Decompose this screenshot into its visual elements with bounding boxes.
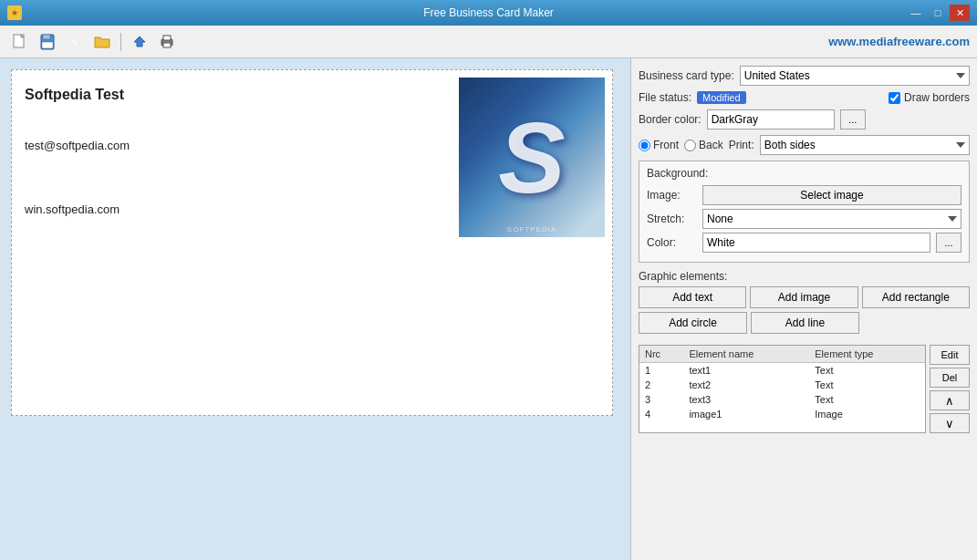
folder-icon [94, 34, 110, 50]
table-row[interactable]: 2 text2 Text [639, 378, 925, 392]
color-input[interactable] [702, 233, 930, 253]
elements-table: Nrc Element name Element type 1 text1 Te… [639, 346, 925, 421]
print-icon [159, 34, 175, 50]
svg-marker-7 [134, 36, 145, 47]
border-color-row: Border color: ... [639, 109, 970, 130]
svg-rect-9 [163, 36, 171, 40]
elements-table-container: Nrc Element name Element type 1 text1 Te… [639, 345, 926, 433]
front-radio[interactable] [639, 140, 650, 151]
down-button[interactable]: ∨ [930, 413, 970, 433]
svg-rect-10 [163, 43, 171, 47]
back-radio[interactable] [684, 140, 696, 151]
edit-button[interactable]: Edit [930, 345, 970, 365]
export-icon [131, 34, 148, 50]
minimize-button[interactable]: — [906, 5, 926, 21]
save-icon [39, 34, 56, 50]
right-panel: Business card type: United States Europe… [630, 58, 977, 560]
cell-name: text3 [683, 392, 809, 407]
back-label: Back [699, 139, 723, 151]
card-text-name: Softpedia Test [25, 87, 124, 103]
card-type-row: Business card type: United States Europe… [639, 66, 970, 86]
toolbar: ✎ www.mediafreeware.com [0, 26, 977, 58]
print-select[interactable]: Both sides Front only Back only [760, 135, 970, 155]
export-button[interactable] [127, 30, 152, 54]
add-image-button[interactable]: Add image [750, 286, 857, 308]
main-area: Softpedia Test test@softpedia.com win.so… [0, 58, 977, 560]
card-text-email: test@softpedia.com [25, 139, 130, 152]
elements-area: Nrc Element name Element type 1 text1 Te… [639, 345, 970, 433]
stretch-row: Stretch: None Stretch Tile Center [647, 209, 961, 229]
folder-button[interactable] [89, 30, 115, 54]
cell-nrc: 1 [639, 363, 683, 379]
color-row: Color: ... [647, 233, 961, 253]
color-label: Color: [647, 236, 697, 249]
new-icon [12, 34, 28, 50]
draw-borders-checkbox[interactable] [889, 92, 900, 104]
table-row[interactable]: 4 image1 Image [639, 407, 925, 421]
background-section: Background: Image: Select image Stretch:… [639, 161, 970, 263]
card-image: S SOFTPEDIA [459, 78, 605, 237]
app-icon: ★ [7, 5, 22, 20]
select-image-button[interactable]: Select image [702, 185, 961, 205]
add-rectangle-button[interactable]: Add rectangle [862, 286, 970, 308]
image-label: Image: [647, 189, 697, 202]
open-button[interactable]: ✎ [62, 30, 88, 54]
border-color-input[interactable] [707, 109, 835, 130]
add-line-button[interactable]: Add line [751, 312, 859, 334]
del-button[interactable]: Del [930, 368, 970, 388]
title-bar-left: ★ [7, 5, 22, 20]
cell-nrc: 2 [639, 378, 683, 392]
cell-name: text2 [683, 378, 809, 392]
add-text-button[interactable]: Add text [639, 286, 746, 308]
draw-borders-row: Draw borders [889, 91, 970, 104]
print-label: Print: [729, 139, 754, 151]
close-button[interactable]: ✕ [950, 5, 970, 21]
background-title: Background: [647, 167, 961, 180]
cell-nrc: 4 [639, 407, 683, 421]
maximize-button[interactable]: □ [928, 5, 948, 21]
open-icon: ✎ [67, 34, 83, 50]
border-color-label: Border color: [639, 113, 702, 126]
stretch-select[interactable]: None Stretch Tile Center [702, 209, 961, 229]
cell-type: Text [809, 363, 925, 379]
toolbar-separator-1 [120, 33, 121, 51]
add-circle-button[interactable]: Add circle [639, 312, 747, 334]
svg-rect-4 [42, 42, 53, 48]
table-row[interactable]: 1 text1 Text [639, 363, 925, 379]
cell-type: Image [809, 407, 925, 421]
card-image-letter: S [498, 108, 565, 208]
website-link: www.mediafreeware.com [828, 35, 970, 48]
card-type-select[interactable]: United States European Japanese [740, 66, 970, 86]
front-radio-item: Front [639, 139, 679, 151]
col-element-name: Element name [683, 346, 809, 363]
graphic-elements-title: Graphic elements: [639, 270, 970, 283]
card-image-watermark: SOFTPEDIA [507, 225, 556, 233]
cell-nrc: 3 [639, 392, 683, 407]
svg-rect-11 [165, 41, 167, 42]
save-button[interactable] [35, 30, 60, 54]
print-button[interactable] [154, 30, 180, 54]
cell-type: Text [809, 378, 925, 392]
table-row[interactable]: 3 text3 Text [639, 392, 925, 407]
cell-type: Text [809, 392, 925, 407]
front-label: Front [653, 139, 679, 151]
image-row: Image: Select image [647, 185, 961, 205]
new-button[interactable] [7, 30, 33, 54]
window-controls: — □ ✕ [906, 5, 970, 21]
cell-name: image1 [683, 407, 809, 421]
card-type-label: Business card type: [639, 69, 734, 82]
card-canvas[interactable]: Softpedia Test test@softpedia.com win.so… [11, 69, 613, 416]
border-color-dots-button[interactable]: ... [840, 109, 866, 130]
up-button[interactable]: ∧ [930, 390, 970, 410]
graphic-btns-row-1: Add text Add image Add rectangle [639, 286, 970, 308]
back-radio-item: Back [684, 139, 723, 151]
canvas-area: Softpedia Test test@softpedia.com win.so… [0, 58, 630, 560]
file-status-row: File status: Modified Draw borders [639, 91, 970, 104]
col-element-type: Element type [809, 346, 925, 363]
title-bar: ★ Free Business Card Maker — □ ✕ [0, 0, 977, 26]
stretch-label: Stretch: [647, 213, 697, 225]
svg-text:✎: ✎ [71, 37, 78, 47]
color-dots-button[interactable]: ... [936, 233, 961, 253]
svg-rect-3 [43, 35, 50, 39]
draw-borders-label: Draw borders [904, 91, 970, 104]
